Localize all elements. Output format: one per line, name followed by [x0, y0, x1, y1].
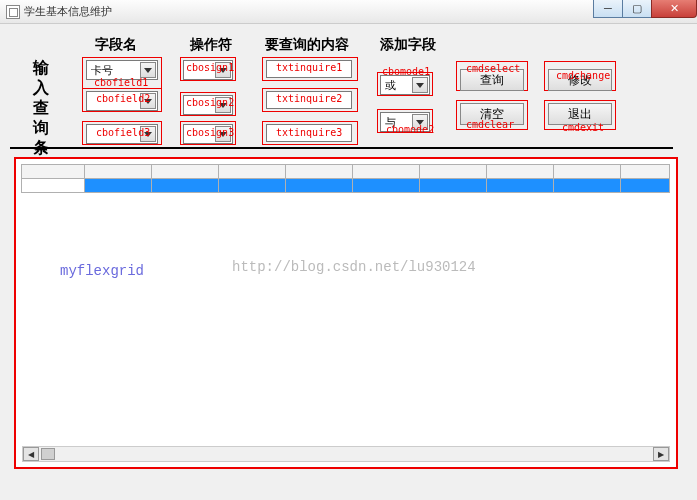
grid-rows — [22, 165, 670, 193]
form-body: 字段名 操作符 要查询的内容 添加字段 输入查询条件 卡号 cbofield1 … — [0, 24, 697, 500]
header-op: 操作符 — [190, 36, 232, 54]
grid-header-row — [22, 165, 670, 179]
title-bar: 学生基本信息维护 ─ ▢ ✕ — [0, 0, 697, 24]
annot-txtinquire2: txtinquire2 — [276, 93, 342, 104]
annot-cbofield1: cbofield1 — [94, 77, 148, 88]
header-addfield: 添加字段 — [380, 36, 436, 54]
annot-cbofield2: cbofield2 — [96, 93, 150, 104]
annot-txtinquire3: txtinquire3 — [276, 127, 342, 138]
watermark: http://blog.csdn.net/lu930124 — [232, 259, 476, 275]
grid-data-row[interactable] — [22, 179, 670, 193]
scroll-left-icon[interactable]: ◀ — [23, 447, 39, 461]
header-field: 字段名 — [95, 36, 137, 54]
annot-txtinquire1: txtinquire1 — [276, 62, 342, 73]
annot-cbofield3: cbofield3 — [96, 127, 150, 138]
annot-cbosign1: cbosign1 — [186, 62, 234, 73]
chevron-down-icon — [140, 62, 156, 78]
annot-cbomode1: cbomode1 — [382, 66, 430, 77]
scroll-right-icon[interactable]: ▶ — [653, 447, 669, 461]
cbomode1[interactable]: 或 — [380, 75, 430, 95]
annot-cbomode2: cbomode2 — [386, 124, 434, 135]
window-title: 学生基本信息维护 — [24, 4, 112, 19]
header-content: 要查询的内容 — [265, 36, 349, 54]
close-button[interactable]: ✕ — [651, 0, 697, 18]
app-icon — [6, 5, 20, 19]
annot-cmdclear: cmdclear — [466, 119, 514, 130]
annot-cmdchange: cmdchange — [556, 70, 610, 81]
window-buttons: ─ ▢ ✕ — [594, 0, 697, 18]
annot-cmdexit: cmdexit — [562, 122, 604, 133]
annot-myflexgrid: myflexgrid — [60, 263, 144, 279]
minimize-button[interactable]: ─ — [593, 0, 623, 18]
chevron-down-icon — [412, 77, 428, 93]
myflexgrid[interactable]: myflexgrid http://blog.csdn.net/lu930124… — [14, 157, 678, 469]
scroll-thumb[interactable] — [41, 448, 55, 460]
divider — [10, 147, 673, 149]
horizontal-scrollbar[interactable]: ◀ ▶ — [22, 446, 670, 462]
maximize-button[interactable]: ▢ — [622, 0, 652, 18]
annot-cmdselect: cmdselect — [466, 63, 520, 74]
annot-cbosign3: cbosign3 — [186, 127, 234, 138]
column-headers: 字段名 操作符 要查询的内容 添加字段 — [0, 36, 697, 56]
annot-cbosign2: cbosign2 — [186, 97, 234, 108]
